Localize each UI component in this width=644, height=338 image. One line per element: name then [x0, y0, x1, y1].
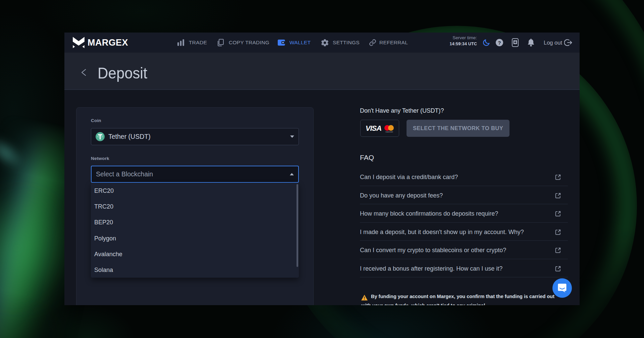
svg-text:?: ? [498, 40, 501, 46]
